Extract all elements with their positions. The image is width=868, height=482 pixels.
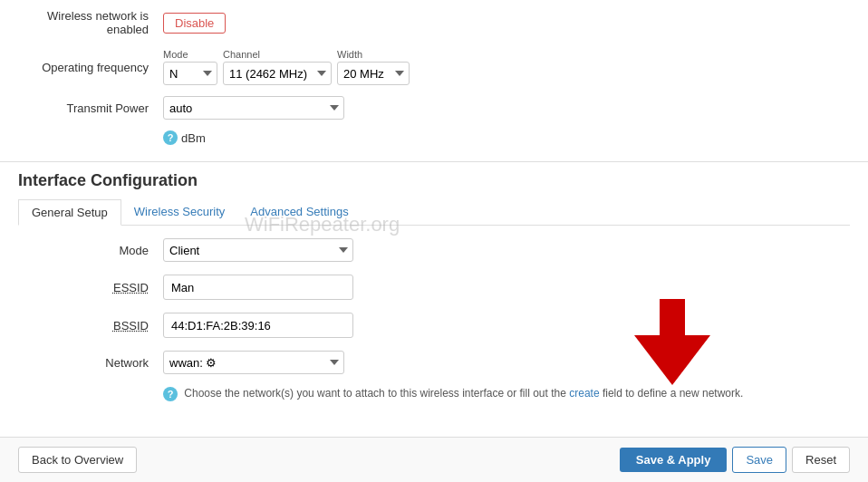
operating-frequency-row: Operating frequency Mode N B/G/N B/G Cha…: [18, 49, 850, 85]
save-apply-button[interactable]: Save & Apply: [620, 448, 728, 472]
iface-config-title: Interface Configuration: [18, 171, 850, 190]
info-icon: ?: [163, 130, 178, 145]
network-row: Network wwan: ⚙ lan wan: [18, 351, 850, 374]
dbm-label: dBm: [181, 131, 206, 145]
width-col: Width 20 MHz 40 MHz 80 MHz: [337, 49, 410, 85]
wireless-enabled-label: Wireless network is enabled: [18, 9, 163, 36]
back-to-overview-button[interactable]: Back to Overview: [18, 447, 137, 473]
bssid-label: BSSID: [18, 319, 163, 333]
transmit-power-label: Transmit Power: [18, 101, 163, 115]
channel-col: Channel auto 1 (2412 MHz) 6 (2437 MHz) 1…: [223, 49, 332, 85]
general-setup-form: Mode Client Access Point Ad-Hoc Monitor …: [18, 238, 850, 401]
disable-button[interactable]: Disable: [163, 13, 226, 34]
transmit-power-row: Transmit Power auto 0 dBm 5 dBm 10 dBm 1…: [18, 96, 850, 120]
essid-input[interactable]: [163, 275, 353, 300]
create-link[interactable]: create: [569, 387, 599, 400]
network-select-wrap: wwan: ⚙ lan wan: [163, 351, 344, 374]
tabs: General Setup Wireless Security Advanced…: [18, 199, 850, 226]
reset-button[interactable]: Reset: [792, 447, 850, 473]
width-select[interactable]: 20 MHz 40 MHz 80 MHz: [337, 62, 410, 85]
help-text-after: field to define a new network.: [600, 387, 744, 400]
channel-select[interactable]: auto 1 (2412 MHz) 6 (2437 MHz) 11 (2462 …: [223, 62, 332, 85]
operating-frequency-label: Operating frequency: [18, 61, 163, 74]
footer: Back to Overview Save & Apply Save Reset: [0, 437, 868, 482]
tab-general-setup[interactable]: General Setup: [18, 199, 121, 226]
power-select[interactable]: auto 0 dBm 5 dBm 10 dBm 15 dBm 20 dBm: [163, 96, 344, 120]
save-button[interactable]: Save: [732, 447, 786, 473]
mode-select[interactable]: N B/G/N B/G: [163, 62, 217, 85]
channel-sub-label: Channel: [223, 49, 332, 60]
help-info-icon: ?: [163, 387, 178, 401]
frequency-controls: Mode N B/G/N B/G Channel auto 1 (2412 MH…: [163, 49, 410, 85]
bssid-input[interactable]: [163, 313, 353, 338]
help-text-before: Choose the network(s) you want to attach…: [184, 387, 569, 400]
interface-config: Interface Configuration General Setup Wi…: [0, 161, 868, 401]
page-wrapper: Wireless network is enabled Disable Oper…: [0, 0, 868, 482]
mode-label: Mode: [18, 244, 163, 257]
bssid-row: BSSID: [18, 313, 850, 338]
dbm-row: ? dBm: [163, 130, 850, 145]
tab-wireless-security[interactable]: Wireless Security: [121, 199, 237, 226]
network-label: Network: [18, 356, 163, 370]
mode-row: Mode Client Access Point Ad-Hoc Monitor: [18, 238, 850, 262]
mode-col: Mode N B/G/N B/G: [163, 49, 217, 85]
iface-mode-select[interactable]: Client Access Point Ad-Hoc Monitor: [163, 238, 353, 262]
mode-sub-label: Mode: [163, 49, 217, 60]
width-sub-label: Width: [337, 49, 410, 60]
tab-advanced-settings[interactable]: Advanced Settings: [237, 199, 361, 226]
footer-right: Save & Apply Save Reset: [620, 447, 850, 473]
top-section: Wireless network is enabled Disable Oper…: [0, 0, 868, 154]
wireless-enabled-row: Wireless network is enabled Disable: [18, 9, 850, 36]
essid-label: ESSID: [18, 281, 163, 294]
network-help-text: ? Choose the network(s) you want to atta…: [163, 387, 850, 401]
network-select[interactable]: wwan: ⚙ lan wan: [163, 351, 344, 374]
essid-row: ESSID: [18, 275, 850, 300]
